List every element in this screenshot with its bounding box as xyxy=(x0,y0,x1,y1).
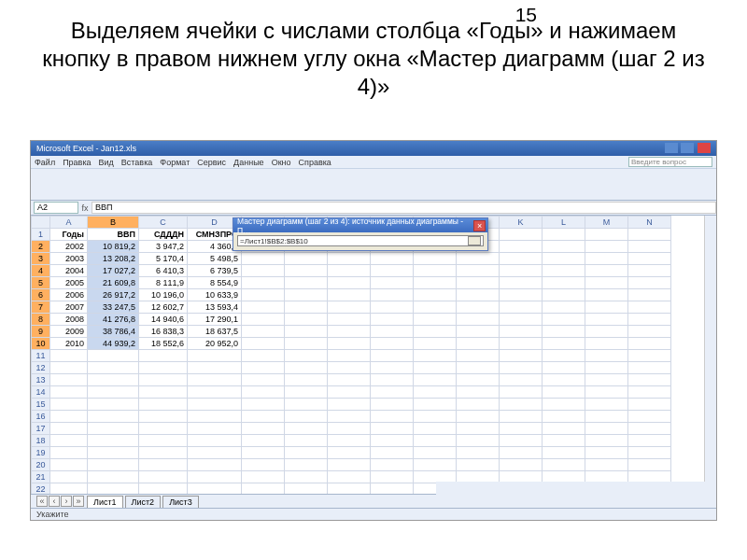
cell-E9[interactable] xyxy=(242,326,285,338)
cell-C17[interactable] xyxy=(139,423,188,435)
col-header-A[interactable]: A xyxy=(50,217,88,229)
cell-H6[interactable] xyxy=(371,289,414,301)
cell-L8[interactable] xyxy=(543,314,585,326)
cell-B12[interactable] xyxy=(88,362,139,374)
cell-E18[interactable] xyxy=(242,435,285,447)
cell-N2[interactable] xyxy=(628,241,671,253)
cell-F10[interactable] xyxy=(285,338,328,350)
cell-L7[interactable] xyxy=(543,301,585,314)
cell-I16[interactable] xyxy=(414,411,457,423)
cell-B9[interactable]: 38 786,4 xyxy=(88,326,139,338)
cell-C7[interactable]: 12 602,7 xyxy=(139,301,188,314)
cell-M11[interactable] xyxy=(585,350,628,362)
cell-J14[interactable] xyxy=(457,386,500,399)
row-header-4[interactable]: 4 xyxy=(32,265,50,277)
cell-J19[interactable] xyxy=(457,447,500,459)
cell-J4[interactable] xyxy=(457,265,500,277)
cell-B11[interactable] xyxy=(88,350,139,362)
cell-B17[interactable] xyxy=(88,423,139,435)
fx-icon[interactable]: fx xyxy=(78,203,92,213)
cell-D4[interactable]: 6 739,5 xyxy=(188,265,242,277)
cell-K10[interactable] xyxy=(500,338,543,350)
row-header-5[interactable]: 5 xyxy=(32,277,50,289)
cell-I11[interactable] xyxy=(414,350,457,362)
cell-F21[interactable] xyxy=(285,471,328,483)
cell-J6[interactable] xyxy=(457,289,500,301)
row-header-1[interactable]: 1 xyxy=(32,229,50,241)
cell-K2[interactable] xyxy=(500,241,543,253)
cell-K20[interactable] xyxy=(500,459,543,471)
cell-J13[interactable] xyxy=(457,374,500,386)
cell-H15[interactable] xyxy=(371,399,414,411)
cell-B5[interactable]: 21 609,8 xyxy=(88,277,139,289)
cell-K14[interactable] xyxy=(500,386,543,399)
cell-D13[interactable] xyxy=(188,374,242,386)
cell-L11[interactable] xyxy=(543,350,585,362)
row-header-2[interactable]: 2 xyxy=(32,241,50,253)
collapse-dialog-button[interactable] xyxy=(468,236,481,245)
cell-N16[interactable] xyxy=(628,411,671,423)
cell-C15[interactable] xyxy=(139,399,188,411)
menu-insert[interactable]: Вставка xyxy=(121,158,152,167)
cell-N19[interactable] xyxy=(628,447,671,459)
cell-J11[interactable] xyxy=(457,350,500,362)
cell-I20[interactable] xyxy=(414,459,457,471)
cell-M15[interactable] xyxy=(585,399,628,411)
cell-G17[interactable] xyxy=(328,423,371,435)
cell-L16[interactable] xyxy=(543,411,585,423)
cell-F14[interactable] xyxy=(285,386,328,399)
cell-K8[interactable] xyxy=(500,314,543,326)
cell-D20[interactable] xyxy=(188,459,242,471)
cell-G8[interactable] xyxy=(328,314,371,326)
cell-A3[interactable]: 2003 xyxy=(50,253,88,265)
cell-F4[interactable] xyxy=(285,265,328,277)
cell-C5[interactable]: 8 111,9 xyxy=(139,277,188,289)
cell-N8[interactable] xyxy=(628,314,671,326)
cell-L4[interactable] xyxy=(543,265,585,277)
cell-C19[interactable] xyxy=(139,447,188,459)
cell-M5[interactable] xyxy=(585,277,628,289)
cell-A9[interactable]: 2009 xyxy=(50,326,88,338)
cell-H5[interactable] xyxy=(371,277,414,289)
cell-H20[interactable] xyxy=(371,459,414,471)
cell-N6[interactable] xyxy=(628,289,671,301)
cell-M19[interactable] xyxy=(585,447,628,459)
cell-N4[interactable] xyxy=(628,265,671,277)
minimize-button[interactable] xyxy=(665,143,678,153)
cell-G13[interactable] xyxy=(328,374,371,386)
cell-A6[interactable]: 2006 xyxy=(50,289,88,301)
cell-M13[interactable] xyxy=(585,374,628,386)
cell-A4[interactable]: 2004 xyxy=(50,265,88,277)
cell-L3[interactable] xyxy=(543,253,585,265)
cell-J17[interactable] xyxy=(457,423,500,435)
wizard-range-field[interactable]: =Лист1!$B$2:$B$10 xyxy=(237,235,484,246)
cell-I8[interactable] xyxy=(414,314,457,326)
cell-J18[interactable] xyxy=(457,435,500,447)
cell-L12[interactable] xyxy=(543,362,585,374)
vertical-scrollbar[interactable] xyxy=(704,216,716,494)
cell-A12[interactable] xyxy=(50,362,88,374)
cell-L13[interactable] xyxy=(543,374,585,386)
cell-K11[interactable] xyxy=(500,350,543,362)
cell-I3[interactable] xyxy=(414,253,457,265)
cell-J9[interactable] xyxy=(457,326,500,338)
cell-G16[interactable] xyxy=(328,411,371,423)
cell-G6[interactable] xyxy=(328,289,371,301)
cell-N9[interactable] xyxy=(628,326,671,338)
cell-H13[interactable] xyxy=(371,374,414,386)
cell-I7[interactable] xyxy=(414,301,457,314)
cell-F12[interactable] xyxy=(285,362,328,374)
cell-E16[interactable] xyxy=(242,411,285,423)
cell-M7[interactable] xyxy=(585,301,628,314)
cell-D18[interactable] xyxy=(188,435,242,447)
menu-format[interactable]: Формат xyxy=(160,158,190,167)
cell-I14[interactable] xyxy=(414,386,457,399)
cell-E13[interactable] xyxy=(242,374,285,386)
cell-L6[interactable] xyxy=(543,289,585,301)
cell-J16[interactable] xyxy=(457,411,500,423)
cell-C3[interactable]: 5 170,4 xyxy=(139,253,188,265)
cell-D11[interactable] xyxy=(188,350,242,362)
cell-F6[interactable] xyxy=(285,289,328,301)
cell-A11[interactable] xyxy=(50,350,88,362)
cell-A18[interactable] xyxy=(50,435,88,447)
